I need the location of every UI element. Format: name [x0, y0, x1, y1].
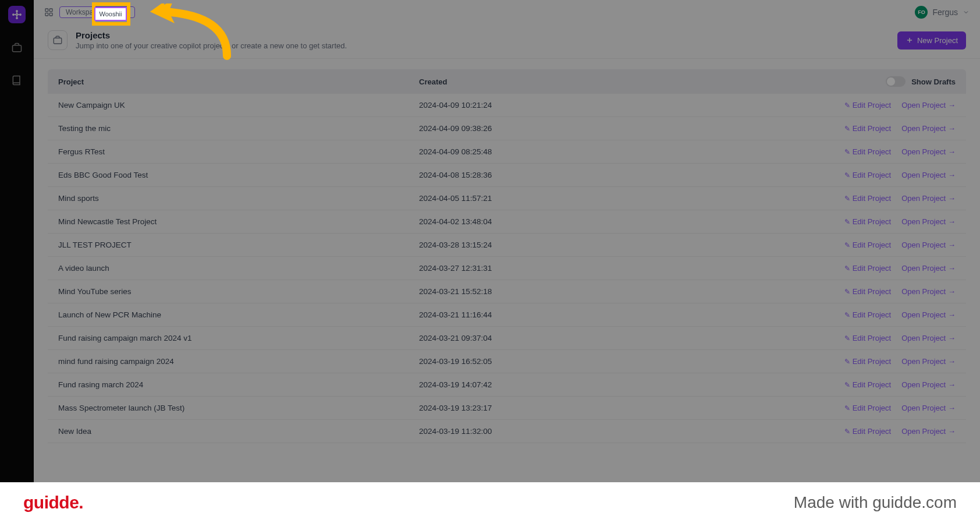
guidde-attribution: Made with guidde.com	[794, 493, 957, 512]
project-name: JLL TEST PROJECT	[58, 241, 419, 249]
svg-point-2	[16, 17, 17, 19]
project-created: 2024-04-09 08:25:48	[419, 147, 787, 156]
svg-rect-11	[49, 9, 52, 12]
table-row: Launch of New PCR Machine2024-03-21 11:1…	[48, 303, 966, 327]
pencil-icon: ✎	[844, 381, 850, 389]
book-icon[interactable]	[9, 72, 25, 89]
apps-grid-icon[interactable]	[44, 8, 54, 17]
svg-rect-14	[54, 38, 62, 44]
svg-point-0	[16, 14, 18, 16]
pencil-icon: ✎	[844, 171, 850, 179]
open-project-link[interactable]: Open Project →	[901, 380, 956, 389]
open-project-link[interactable]: Open Project →	[901, 334, 956, 342]
project-created: 2024-03-21 15:52:18	[419, 287, 787, 296]
open-project-link[interactable]: Open Project →	[901, 217, 956, 226]
open-project-link[interactable]: Open Project →	[901, 264, 956, 273]
svg-point-4	[20, 14, 21, 15]
project-created: 2024-04-09 09:38:26	[419, 124, 787, 133]
arrow-right-icon: →	[948, 124, 956, 133]
project-name: Mind Newcastle Test Project	[58, 217, 419, 226]
edit-project-link[interactable]: ✎Edit Project	[844, 147, 891, 156]
project-name: Fund rasing march 2024	[58, 380, 419, 389]
table-row: Mind Newcastle Test Project2024-04-02 13…	[48, 210, 966, 234]
show-drafts-toggle[interactable]	[886, 76, 906, 87]
pencil-icon: ✎	[844, 241, 850, 249]
project-name: Fund raising campaign march 2024 v1	[58, 334, 419, 342]
open-project-link[interactable]: Open Project →	[901, 147, 956, 156]
arrow-right-icon: →	[948, 287, 956, 296]
arrow-right-icon: →	[948, 427, 956, 436]
project-created: 2024-04-05 11:57:21	[419, 194, 787, 203]
table-row: A video launch2024-03-27 12:31:31✎Edit P…	[48, 257, 966, 280]
edit-project-link[interactable]: ✎Edit Project	[844, 241, 891, 249]
svg-rect-9	[13, 45, 22, 52]
open-project-link[interactable]: Open Project →	[901, 404, 956, 412]
project-created: 2024-03-27 12:31:31	[419, 264, 787, 273]
col-project-header: Project	[58, 77, 419, 86]
open-project-link[interactable]: Open Project →	[901, 101, 956, 109]
user-name: Fergus	[932, 8, 958, 17]
project-created: 2024-03-19 13:23:17	[419, 404, 787, 412]
arrow-right-icon: →	[948, 310, 956, 319]
edit-project-link[interactable]: ✎Edit Project	[844, 310, 891, 319]
pencil-icon: ✎	[844, 125, 850, 133]
open-project-link[interactable]: Open Project →	[901, 287, 956, 296]
new-project-button[interactable]: New Project	[897, 31, 966, 50]
project-name: Launch of New PCR Machine	[58, 310, 419, 319]
chevron-down-icon	[963, 9, 970, 16]
project-created: 2024-03-19 16:52:05	[419, 357, 787, 366]
project-name: mind fund raising campaign 2024	[58, 357, 419, 366]
edit-project-link[interactable]: ✎Edit Project	[844, 194, 891, 203]
edit-project-link[interactable]: ✎Edit Project	[844, 101, 891, 109]
project-created: 2024-03-21 11:16:44	[419, 310, 787, 319]
pencil-icon: ✎	[844, 427, 850, 436]
pencil-icon: ✎	[844, 358, 850, 366]
project-name: New Campaign UK	[58, 101, 419, 109]
guidde-banner: guidde. Made with guidde.com	[0, 482, 980, 523]
user-menu[interactable]: FO Fergus	[915, 6, 970, 19]
table-row: JLL TEST PROJECT2024-03-28 13:15:24✎Edit…	[48, 234, 966, 257]
table-row: New Campaign UK2024-04-09 10:21:24✎Edit …	[48, 94, 966, 117]
open-project-link[interactable]: Open Project →	[901, 427, 956, 436]
edit-project-link[interactable]: ✎Edit Project	[844, 264, 891, 273]
project-name: New Idea	[58, 427, 419, 436]
col-created-header: Created	[419, 77, 787, 86]
edit-project-link[interactable]: ✎Edit Project	[844, 404, 891, 412]
arrow-right-icon: →	[948, 147, 956, 156]
edit-project-link[interactable]: ✎Edit Project	[844, 427, 891, 436]
guidde-logo: guidde.	[23, 493, 83, 513]
edit-project-link[interactable]: ✎Edit Project	[844, 287, 891, 296]
project-created: 2024-04-09 10:21:24	[419, 101, 787, 109]
arrow-right-icon: →	[948, 357, 956, 366]
briefcase-icon[interactable]	[9, 40, 25, 56]
open-project-link[interactable]: Open Project →	[901, 171, 956, 179]
table-row: Testing the mic2024-04-09 09:38:26✎Edit …	[48, 117, 966, 140]
table-row: Fund raising campaign march 2024 v12024-…	[48, 327, 966, 350]
app-logo[interactable]	[8, 6, 26, 23]
open-project-link[interactable]: Open Project →	[901, 310, 956, 319]
pencil-icon: ✎	[844, 288, 850, 296]
edit-project-link[interactable]: ✎Edit Project	[844, 124, 891, 133]
open-project-link[interactable]: Open Project →	[901, 357, 956, 366]
open-project-link[interactable]: Open Project →	[901, 194, 956, 203]
arrow-right-icon: →	[948, 241, 956, 249]
project-name: Eds BBC Good Food Test	[58, 171, 419, 179]
tutorial-arrow-icon	[128, 3, 244, 62]
pencil-icon: ✎	[844, 334, 850, 342]
arrow-right-icon: →	[948, 217, 956, 226]
edit-project-link[interactable]: ✎Edit Project	[844, 357, 891, 366]
open-project-link[interactable]: Open Project →	[901, 241, 956, 249]
open-project-link[interactable]: Open Project →	[901, 124, 956, 133]
edit-project-link[interactable]: ✎Edit Project	[844, 334, 891, 342]
tutorial-highlight-inner: Wooshii	[94, 7, 127, 21]
project-created: 2024-03-19 14:07:42	[419, 380, 787, 389]
pencil-icon: ✎	[844, 311, 850, 319]
edit-project-link[interactable]: ✎Edit Project	[844, 171, 891, 179]
briefcase-icon	[48, 30, 68, 50]
edit-project-link[interactable]: ✎Edit Project	[844, 380, 891, 389]
svg-rect-10	[45, 9, 48, 12]
edit-project-link[interactable]: ✎Edit Project	[844, 217, 891, 226]
arrow-right-icon: →	[948, 404, 956, 412]
table-header: Project Created Show Drafts	[48, 69, 966, 94]
table-row: Mass Spectrometer launch (JB Test)2024-0…	[48, 397, 966, 420]
